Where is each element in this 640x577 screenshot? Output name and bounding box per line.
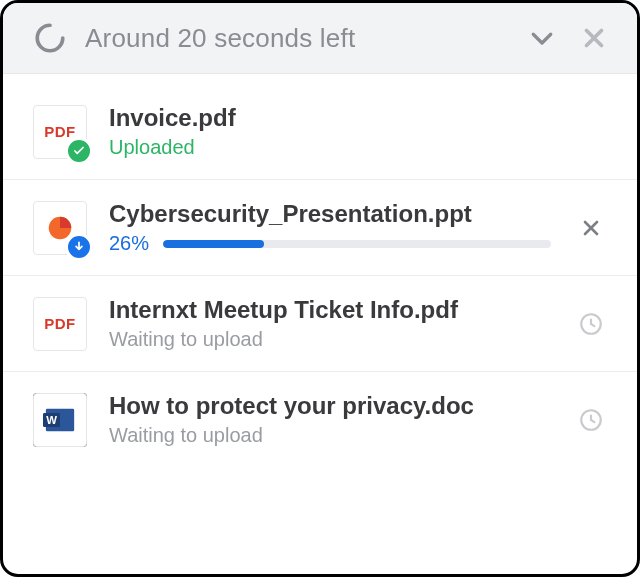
cancel-upload-button[interactable] — [573, 210, 609, 246]
clock-icon — [578, 311, 604, 337]
file-name: Invoice.pdf — [109, 104, 609, 132]
file-status: Uploaded — [109, 136, 609, 159]
file-name: How to protect your privacy.doc — [109, 392, 551, 420]
file-name: Internxt Meetup Ticket Info.pdf — [109, 296, 551, 324]
waiting-indicator — [573, 306, 609, 342]
file-info: Invoice.pdf Uploaded — [109, 104, 609, 159]
close-panel-button[interactable] — [577, 21, 611, 55]
file-name: Cybersecurity_Presentation.ppt — [109, 200, 551, 228]
close-icon — [579, 216, 603, 240]
upload-header: Around 20 seconds left — [3, 3, 637, 74]
chevron-down-icon — [527, 23, 557, 53]
progress-bar — [163, 240, 551, 248]
close-icon — [579, 23, 609, 53]
doc-icon: W — [33, 393, 87, 447]
collapse-button[interactable] — [525, 21, 559, 55]
file-thumbnail: PDF — [33, 297, 87, 351]
file-info: Internxt Meetup Ticket Info.pdf Waiting … — [109, 296, 551, 351]
svg-text:W: W — [46, 414, 57, 426]
file-thumbnail: W — [33, 393, 87, 447]
file-info: Cybersecurity_Presentation.ppt 26% — [109, 200, 551, 255]
list-item: W How to protect your privacy.doc Waitin… — [3, 372, 637, 467]
progress-bar-fill — [163, 240, 264, 248]
check-badge-icon — [65, 137, 93, 165]
list-item: PDF Internxt Meetup Ticket Info.pdf Wait… — [3, 276, 637, 372]
file-list: PDF Invoice.pdf Uploaded — [3, 74, 637, 574]
list-item: Cybersecurity_Presentation.ppt 26% — [3, 180, 637, 276]
file-info: How to protect your privacy.doc Waiting … — [109, 392, 551, 447]
file-status: Waiting to upload — [109, 328, 551, 351]
progress-percent: 26% — [109, 232, 149, 255]
header-title: Around 20 seconds left — [85, 23, 507, 54]
progress-spinner-icon — [33, 21, 67, 55]
list-item: PDF Invoice.pdf Uploaded — [3, 84, 637, 180]
file-status: 26% — [109, 232, 551, 255]
download-badge-icon — [65, 233, 93, 261]
upload-panel: Around 20 seconds left PDF Invoice.pdf U… — [3, 3, 637, 574]
file-status: Waiting to upload — [109, 424, 551, 447]
file-thumbnail: PDF — [33, 105, 87, 159]
pdf-icon: PDF — [33, 297, 87, 351]
waiting-indicator — [573, 402, 609, 438]
file-thumbnail — [33, 201, 87, 255]
clock-icon — [578, 407, 604, 433]
